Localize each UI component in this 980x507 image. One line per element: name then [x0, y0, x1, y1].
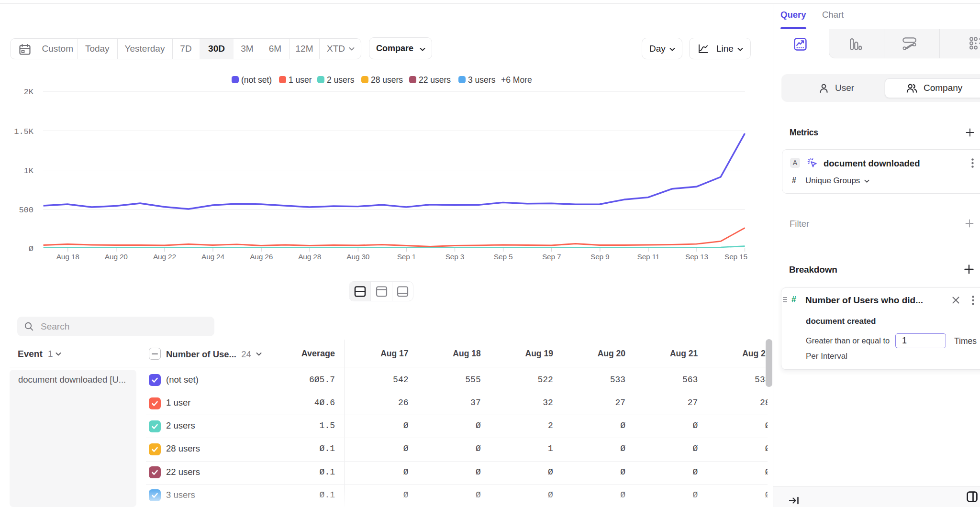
- svg-text:Sep 5: Sep 5: [494, 253, 513, 261]
- svg-text:Sep 15: Sep 15: [724, 253, 747, 261]
- svg-text:Sep 11: Sep 11: [637, 253, 660, 261]
- svg-text:Sep 13: Sep 13: [685, 253, 708, 261]
- svg-text:Sep 1: Sep 1: [397, 253, 416, 261]
- svg-text:Aug 30: Aug 30: [346, 253, 370, 261]
- svg-text:Aug 28: Aug 28: [298, 253, 321, 261]
- svg-text:Aug 26: Aug 26: [250, 253, 273, 261]
- svg-text:1.5K: 1.5K: [14, 127, 34, 136]
- svg-text:Sep 9: Sep 9: [590, 253, 610, 261]
- svg-text:Ø: Ø: [29, 244, 33, 254]
- svg-text:Aug 24: Aug 24: [201, 253, 225, 261]
- svg-text:2K: 2K: [24, 88, 34, 97]
- svg-text:Aug 18: Aug 18: [56, 253, 79, 261]
- svg-text:1K: 1K: [24, 166, 34, 176]
- svg-text:Sep 3: Sep 3: [445, 253, 465, 261]
- svg-text:Aug 20: Aug 20: [105, 253, 128, 261]
- svg-text:Aug 22: Aug 22: [153, 253, 176, 261]
- svg-text:500: 500: [19, 206, 33, 215]
- svg-text:Sep 7: Sep 7: [542, 253, 561, 261]
